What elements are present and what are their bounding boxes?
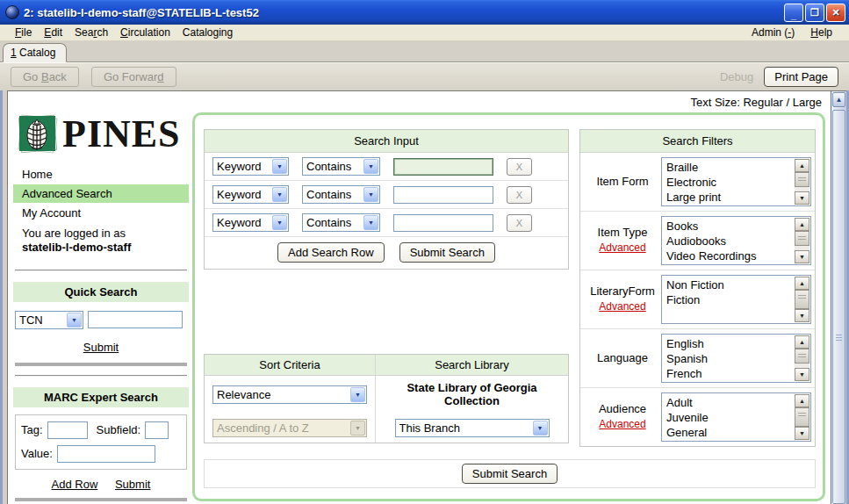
scrollbar-thumb[interactable] <box>795 172 809 187</box>
scrollbar-thumb[interactable] <box>832 110 845 504</box>
submit-search-button[interactable]: Submit Search <box>399 242 495 263</box>
scroll-down-icon[interactable]: ▼ <box>795 427 809 440</box>
marc-tag-input[interactable] <box>47 421 88 439</box>
listbox-scrollbar[interactable]: ▲ ▼ <box>795 394 809 440</box>
audience-listbox[interactable]: Adult Juvenile General ▲ <box>661 392 811 442</box>
listbox-option[interactable]: Non Fiction <box>666 277 793 292</box>
restore-button[interactable]: ❐ <box>805 4 824 22</box>
sort-criteria-select[interactable]: Relevance ▼ <box>212 385 367 404</box>
remove-search-row-button[interactable]: X <box>507 186 532 204</box>
filter-language: Language English Spanish French <box>580 329 815 388</box>
sidebar-item-home[interactable]: Home <box>13 165 189 184</box>
add-search-row-button[interactable]: Add Search Row <box>277 242 385 263</box>
scroll-up-icon[interactable]: ▲ <box>795 335 809 349</box>
marc-add-row-link[interactable]: Add Row <box>52 478 98 491</box>
language-listbox[interactable]: English Spanish French ▲ <box>661 334 811 383</box>
menu-help[interactable]: Help <box>802 25 840 40</box>
print-page-button[interactable]: Print Page <box>764 67 838 87</box>
search-operator-select[interactable]: Contains ▼ <box>302 157 380 176</box>
close-button[interactable]: ✕ <box>826 4 845 22</box>
item-type-listbox[interactable]: Books Audiobooks Video Recordings ▲ <box>661 216 811 265</box>
quick-search-input[interactable] <box>88 311 183 328</box>
marc-subfield-input[interactable] <box>145 421 169 439</box>
search-filters-header: Search Filters <box>580 130 815 153</box>
chevron-down-icon: ▼ <box>363 187 378 202</box>
scroll-down-icon[interactable]: ▼ <box>795 250 809 263</box>
text-size-control[interactable]: Text Size: Regular / Large <box>8 91 831 109</box>
scroll-up-icon[interactable]: ▲ <box>795 218 809 231</box>
quick-search-type-select[interactable]: TCN ▼ <box>15 311 83 329</box>
item-type-advanced-link[interactable]: Advanced <box>599 241 645 256</box>
sort-order-value: Ascending / A to Z <box>217 421 349 435</box>
listbox-option[interactable]: Adult <box>666 395 793 410</box>
listbox-option[interactable]: French <box>666 366 793 381</box>
scrollbar-thumb[interactable] <box>795 349 809 364</box>
scroll-up-icon[interactable]: ▲ <box>832 92 845 107</box>
item-form-listbox[interactable]: Braille Electronic Large print ▲ <box>661 157 811 206</box>
listbox-scrollbar[interactable]: ▲ ▼ <box>795 218 809 263</box>
scrollbar-thumb[interactable] <box>795 231 809 246</box>
listbox-option[interactable]: General <box>666 425 793 440</box>
menu-admin[interactable]: Admin (-) <box>744 25 802 40</box>
listbox-option[interactable]: English <box>666 336 793 351</box>
minimize-button[interactable]: _ <box>784 4 803 22</box>
menu-circulation[interactable]: Circulation <box>114 25 176 40</box>
listbox-scrollbar[interactable]: ▲ ▼ <box>795 277 809 322</box>
search-field-select[interactable]: Keyword ▼ <box>212 185 289 204</box>
listbox-option[interactable]: Electronic <box>666 175 793 190</box>
marc-submit-link[interactable]: Submit <box>115 478 150 491</box>
search-operator-select[interactable]: Contains ▼ <box>302 185 380 204</box>
search-field-select[interactable]: Keyword ▼ <box>212 157 289 176</box>
submit-search-bottom-button[interactable]: Submit Search <box>462 464 558 484</box>
search-row: Keyword ▼ Contains ▼ <box>205 153 568 181</box>
quick-search-submit-link[interactable]: Submit <box>83 341 119 354</box>
remove-search-row-button[interactable]: X <box>507 158 532 176</box>
scrollbar-thumb[interactable] <box>795 407 809 427</box>
menu-search[interactable]: Search <box>68 25 114 40</box>
marc-value-input[interactable] <box>57 445 155 463</box>
menu-edit[interactable]: Edit <box>38 25 68 40</box>
listbox-option[interactable]: Video Recordings <box>666 248 793 263</box>
scrollbar-thumb[interactable] <box>795 290 809 309</box>
go-back-button[interactable]: Go Back <box>11 67 79 87</box>
search-operator-select[interactable]: Contains ▼ <box>302 213 380 232</box>
main-scrollbar[interactable]: ▲ <box>831 91 846 504</box>
listbox-option[interactable]: Audiobooks <box>666 234 793 248</box>
scroll-down-icon[interactable]: ▼ <box>795 191 809 205</box>
scroll-up-icon[interactable]: ▲ <box>795 394 809 407</box>
listbox-scrollbar[interactable]: ▲ ▼ <box>795 335 809 381</box>
scroll-down-icon[interactable]: ▼ <box>795 368 809 381</box>
menu-cataloging[interactable]: Cataloging <box>176 25 239 40</box>
scroll-up-icon[interactable]: ▲ <box>795 277 809 290</box>
listbox-option[interactable]: Spanish <box>666 351 793 366</box>
search-scope-select[interactable]: This Branch ▼ <box>395 419 550 437</box>
tab-catalog[interactable]: 1 Catalog <box>3 43 67 62</box>
listbox-option[interactable]: Braille <box>666 160 793 175</box>
listbox-option[interactable]: Books <box>666 219 793 234</box>
remove-search-row-button[interactable]: X <box>507 214 532 232</box>
marc-search-box: Tag: Subfield: Value: <box>15 414 187 470</box>
sidebar-item-advanced-search[interactable]: Advanced Search <box>13 184 189 203</box>
search-field-select[interactable]: Keyword ▼ <box>212 213 289 232</box>
login-status: You are logged in as statelib-l-demo-sta… <box>13 223 189 257</box>
listbox-scrollbar[interactable]: ▲ ▼ <box>795 159 809 205</box>
search-term-input[interactable] <box>393 158 493 176</box>
menu-file[interactable]: File <box>9 25 38 40</box>
sidebar-item-my-account[interactable]: My Account <box>13 204 189 222</box>
chevron-down-icon: ▼ <box>272 187 287 202</box>
listbox-option[interactable]: Large print <box>666 190 793 205</box>
app-window: 2: statelib-l-demo-staff@STATELIB-L-test… <box>0 0 849 504</box>
go-forward-button[interactable]: Go Forward <box>91 67 176 87</box>
audience-advanced-link[interactable]: Advanced <box>599 418 645 432</box>
search-term-input[interactable] <box>393 186 493 204</box>
literary-form-advanced-link[interactable]: Advanced <box>599 300 645 314</box>
listbox-option[interactable]: Fiction <box>666 292 793 307</box>
literary-form-listbox[interactable]: Non Fiction Fiction ▲ <box>661 275 811 324</box>
search-library-header: Search Library <box>376 355 568 376</box>
scroll-down-icon[interactable]: ▼ <box>795 309 809 322</box>
listbox-option[interactable]: Juvenile <box>666 410 793 425</box>
restore-icon: ❐ <box>810 7 819 18</box>
search-term-input[interactable] <box>393 214 493 232</box>
scroll-up-icon[interactable]: ▲ <box>795 159 809 172</box>
chevron-down-icon: ▼ <box>350 421 365 436</box>
